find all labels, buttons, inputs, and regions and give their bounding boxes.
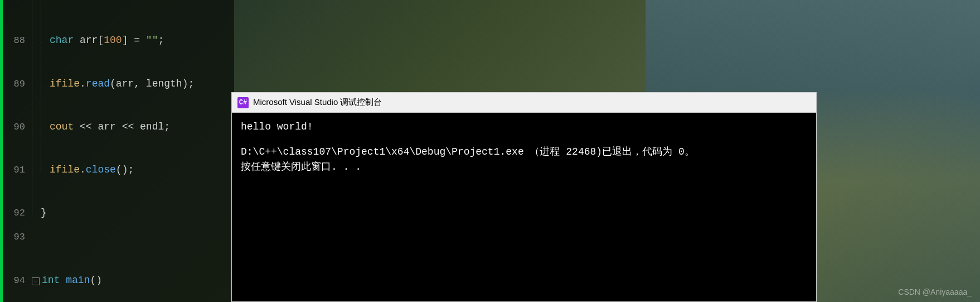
line-code: char arr[100] = ""; xyxy=(50,19,164,62)
code-content: 88 char arr[100] = ""; 89 ifile.read(arr… xyxy=(3,0,234,302)
code-line-94: 94 − int main() xyxy=(3,259,234,302)
line-code: } xyxy=(41,191,47,234)
indent-guide xyxy=(41,87,41,130)
vs-output-press-key: 按任意键关闭此窗口. . . xyxy=(241,160,807,175)
collapse-button[interactable]: − xyxy=(32,277,40,285)
line-code: ifile.read(arr, length); xyxy=(50,63,194,106)
vs-icon: C# xyxy=(237,97,249,108)
line-number: 93 xyxy=(7,215,25,258)
line-code: ifile.close(); xyxy=(50,148,134,191)
indent-guide xyxy=(41,130,41,172)
indent-guide xyxy=(41,43,41,86)
line-number: 91 xyxy=(7,148,25,191)
csdn-watermark: CSDN @Aniyaaaaa_ xyxy=(898,287,972,296)
code-editor-panel: 88 char arr[100] = ""; 89 ifile.read(arr… xyxy=(0,0,234,302)
indent-guide xyxy=(41,0,41,43)
vs-console-titlebar[interactable]: C# Microsoft Visual Studio 调试控制台 xyxy=(232,93,816,113)
vs-output-spacer xyxy=(241,135,807,145)
vs-output-hello: hello world! xyxy=(241,119,807,135)
line-code: cout << arr << endl; xyxy=(50,106,170,148)
code-line-93: 93 xyxy=(3,215,234,258)
vs-console-window: C# Microsoft Visual Studio 调试控制台 hello w… xyxy=(231,92,817,302)
green-border-accent xyxy=(0,0,3,302)
indent-guide xyxy=(32,172,32,215)
line-number: 90 xyxy=(7,106,25,148)
line-number: 94 xyxy=(7,259,25,302)
line-number: 89 xyxy=(7,63,25,106)
vs-console-title: Microsoft Visual Studio 调试控制台 xyxy=(253,97,382,108)
indent-guide xyxy=(32,0,32,43)
vs-output-exit: D:\C++\class107\Project1\x64\Debug\Proje… xyxy=(241,145,807,160)
code-line-88: 88 char arr[100] = ""; xyxy=(3,0,234,43)
indent-guide xyxy=(32,43,32,86)
indent-guide xyxy=(32,87,32,130)
line-number: 88 xyxy=(7,19,25,62)
indent-guide xyxy=(32,130,32,172)
vs-console-body: hello world! D:\C++\class107\Project1\x6… xyxy=(232,113,816,301)
line-code: int main() xyxy=(42,259,102,302)
